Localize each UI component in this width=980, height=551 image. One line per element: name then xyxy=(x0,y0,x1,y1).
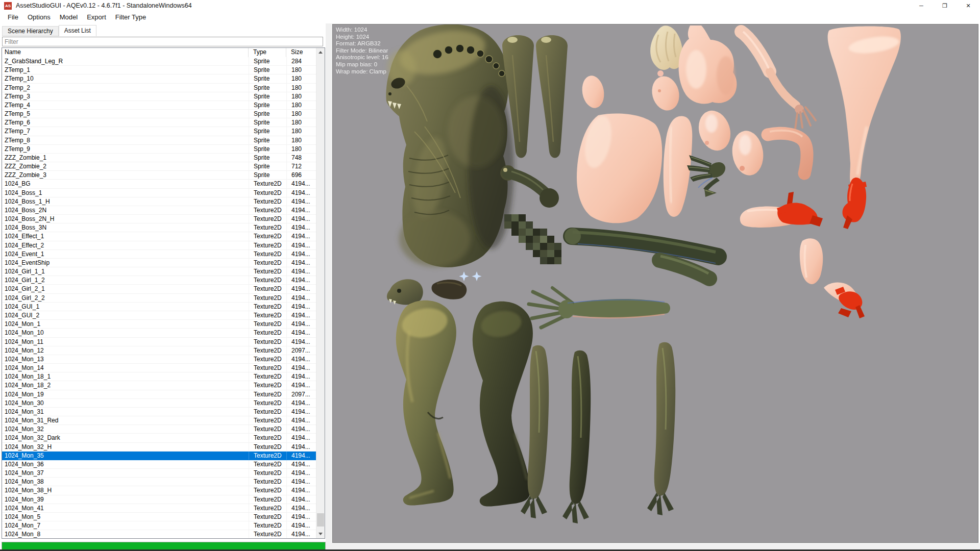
asset-size: 180 xyxy=(286,84,316,92)
asset-type: Texture2D xyxy=(249,408,286,416)
asset-row[interactable]: 1024_Boss_2N Texture2D 4194... xyxy=(2,206,316,215)
asset-row[interactable]: ZTemp_8 Sprite 180 xyxy=(2,136,316,145)
asset-name: 1024_Girl_2_1 xyxy=(2,285,249,293)
asset-row[interactable]: 1024_Mon_7 Texture2D 4194... xyxy=(2,521,316,530)
asset-row[interactable]: 1024_Mon_18_2 Texture2D 4194... xyxy=(2,381,316,390)
asset-row[interactable]: 1024_Mon_13 Texture2D 4194... xyxy=(2,355,316,364)
sprite-small-head xyxy=(387,279,423,305)
asset-type: Sprite xyxy=(249,154,286,162)
asset-type: Sprite xyxy=(249,74,286,83)
asset-row[interactable]: 1024_GUI_1 Texture2D 4194... xyxy=(2,303,316,311)
asset-row[interactable]: ZTemp_9 Sprite 180 xyxy=(2,145,316,154)
asset-row[interactable]: Z_GrabStand_Leg_R Sprite 284 xyxy=(2,57,316,66)
asset-row[interactable]: 1024_Boss_2N_H Texture2D 4194... xyxy=(2,215,316,223)
asset-row[interactable]: ZZZ_Zombie_1 Sprite 748 xyxy=(2,154,316,162)
asset-name: 1024_Mon_31_Red xyxy=(2,416,249,424)
column-header-name[interactable]: Name xyxy=(2,48,249,57)
asset-row[interactable]: 1024_Event_1 Texture2D 4194... xyxy=(2,250,316,259)
asset-row[interactable]: 1024_Mon_32_H Texture2D 4194... xyxy=(2,443,316,452)
asset-row[interactable]: 1024_Mon_31_Red Texture2D 4194... xyxy=(2,416,316,425)
asset-row[interactable]: 1024_Mon_5 Texture2D 4194... xyxy=(2,513,316,521)
asset-row[interactable]: 1024_Mon_38 Texture2D 4194... xyxy=(2,478,316,486)
asset-size: 180 xyxy=(286,118,316,127)
asset-row[interactable]: 1024_Mon_37 Texture2D 4194... xyxy=(2,469,316,478)
asset-row[interactable]: 1024_EventShip Texture2D 4194... xyxy=(2,259,316,267)
asset-type: Texture2D xyxy=(249,469,286,477)
sprite-big-thigh xyxy=(577,113,662,223)
asset-size: 180 xyxy=(286,92,316,101)
asset-row[interactable]: ZTemp_3 Sprite 180 xyxy=(2,92,316,101)
asset-type: Texture2D xyxy=(249,250,286,258)
asset-type: Texture2D xyxy=(249,381,286,389)
close-button[interactable]: ✕ xyxy=(957,0,980,11)
asset-list-view: Name Type Size Z_GrabStand_Leg_R Sprite … xyxy=(2,47,325,539)
asset-row[interactable]: ZTemp_5 Sprite 180 xyxy=(2,110,316,118)
asset-row[interactable]: 1024_Mon_39 Texture2D 4194... xyxy=(2,495,316,504)
restore-button[interactable]: ❐ xyxy=(933,0,957,11)
asset-row[interactable]: 1024_Mon_19 Texture2D 2097... xyxy=(2,390,316,399)
asset-type: Texture2D xyxy=(249,372,286,381)
tab-asset-list[interactable]: Asset List xyxy=(59,25,96,36)
asset-row[interactable]: 1024_Boss_1_H Texture2D 4194... xyxy=(2,197,316,206)
asset-name: 1024_Mon_31 xyxy=(2,408,249,416)
filter-input[interactable] xyxy=(2,37,323,46)
asset-row[interactable]: 1024_Mon_14 Texture2D 4194... xyxy=(2,364,316,372)
asset-row[interactable]: 1024_Mon_1 Texture2D 4194... xyxy=(2,320,316,329)
asset-row[interactable]: 1024_Mon_41 Texture2D 4194... xyxy=(2,504,316,513)
asset-row[interactable]: ZTemp_7 Sprite 180 xyxy=(2,127,316,136)
asset-row[interactable]: 1024_Girl_2_1 Texture2D 4194... xyxy=(2,285,316,293)
column-header-size[interactable]: Size xyxy=(286,48,316,57)
asset-row[interactable]: 1024_BG Texture2D 4194... xyxy=(2,180,316,188)
scroll-down-button[interactable] xyxy=(316,530,325,538)
asset-row[interactable]: ZZZ_Zombie_3 Sprite 696 xyxy=(2,171,316,180)
asset-row[interactable]: 1024_Girl_1_2 Texture2D 4194... xyxy=(2,276,316,285)
asset-name: 1024_Mon_18_1 xyxy=(2,372,249,381)
tab-scene-hierarchy[interactable]: Scene Hierarchy xyxy=(2,26,59,36)
asset-row[interactable]: 1024_Mon_10 Texture2D 4194... xyxy=(2,329,316,337)
scrollbar-thumb[interactable] xyxy=(317,513,324,527)
texture-mipbias: Mip map bias: 0 xyxy=(336,61,388,68)
asset-row[interactable]: 1024_Mon_38_H Texture2D 4194... xyxy=(2,486,316,495)
asset-type: Texture2D xyxy=(249,338,286,346)
list-scrollbar[interactable] xyxy=(316,48,325,538)
asset-row[interactable]: 1024_Effect_2 Texture2D 4194... xyxy=(2,241,316,250)
asset-size: 4194... xyxy=(286,180,316,188)
asset-name: 1024_Mon_39 xyxy=(2,495,249,504)
asset-row[interactable]: 1024_Girl_2_2 Texture2D 4194... xyxy=(2,294,316,303)
asset-row[interactable]: 1024_Mon_35 Texture2D 4194... xyxy=(2,452,316,460)
asset-row[interactable]: 1024_Girl_1_1 Texture2D 4194... xyxy=(2,267,316,276)
asset-row[interactable]: ZZZ_Zombie_2 Sprite 712 xyxy=(2,162,316,171)
asset-row[interactable]: 1024_Boss_3N Texture2D 4194... xyxy=(2,223,316,232)
asset-row[interactable]: ZTemp_10 Sprite 180 xyxy=(2,74,316,83)
minimize-button[interactable]: ─ xyxy=(910,0,933,11)
asset-row[interactable]: 1024_GUI_2 Texture2D 4194... xyxy=(2,311,316,320)
asset-type: Texture2D xyxy=(249,259,286,267)
menu-export[interactable]: Export xyxy=(82,11,111,23)
asset-name: 1024_Mon_18_2 xyxy=(2,381,249,389)
asset-row[interactable]: 1024_Mon_32_Dark Texture2D 4194... xyxy=(2,434,316,442)
panel-splitter[interactable] xyxy=(326,23,332,551)
asset-row[interactable]: 1024_Effect_1 Texture2D 4194... xyxy=(2,232,316,241)
menu-file[interactable]: File xyxy=(3,11,23,23)
asset-row[interactable]: 1024_Mon_32 Texture2D 4194... xyxy=(2,425,316,434)
asset-row[interactable]: ZTemp_1 Sprite 180 xyxy=(2,66,316,74)
column-header-type[interactable]: Type xyxy=(249,48,286,57)
menu-options[interactable]: Options xyxy=(23,11,55,23)
asset-row[interactable]: 1024_Mon_30 Texture2D 4194... xyxy=(2,399,316,408)
menu-model[interactable]: Model xyxy=(55,11,82,23)
asset-row[interactable]: ZTemp_2 Sprite 180 xyxy=(2,84,316,92)
asset-type: Sprite xyxy=(249,171,286,179)
asset-row[interactable]: 1024_Boss_1 Texture2D 4194... xyxy=(2,189,316,197)
sprite-claw-hand xyxy=(687,155,728,191)
asset-row[interactable]: ZTemp_6 Sprite 180 xyxy=(2,118,316,127)
scroll-up-button[interactable] xyxy=(316,48,325,57)
asset-row[interactable]: 1024_Mon_31 Texture2D 4194... xyxy=(2,408,316,416)
asset-row[interactable]: ZTemp_4 Sprite 180 xyxy=(2,101,316,110)
menu-filter-type[interactable]: Filter Type xyxy=(111,11,151,23)
asset-row[interactable]: 1024_Mon_8 Texture2D 4194... xyxy=(2,530,316,538)
asset-row[interactable]: 1024_Mon_18_1 Texture2D 4194... xyxy=(2,372,316,381)
sprite-hair-piece xyxy=(650,26,682,70)
asset-row[interactable]: 1024_Mon_11 Texture2D 4194... xyxy=(2,338,316,346)
asset-row[interactable]: 1024_Mon_36 Texture2D 4194... xyxy=(2,460,316,469)
asset-row[interactable]: 1024_Mon_12 Texture2D 2097... xyxy=(2,346,316,355)
